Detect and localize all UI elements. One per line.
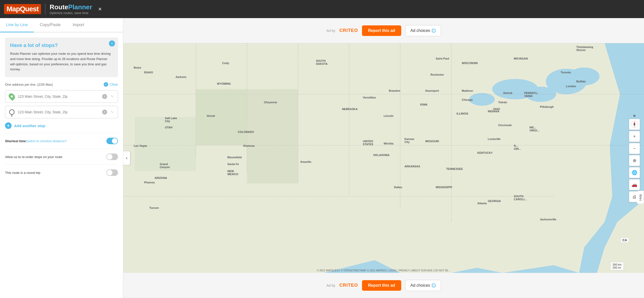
- collapse-icon: ‹: [126, 156, 127, 160]
- info-box: Have a lot of stops? Route Planner can o…: [5, 37, 118, 77]
- top-ad-by-text: Ad by: [326, 29, 335, 33]
- address-counter-text: One address per line. (2/26 Max): [5, 83, 53, 86]
- map-content: IDAHO WYOMING SOUTHDAKOTA Saint Paul WIS…: [123, 43, 644, 273]
- address-row-start: × ✎: [5, 90, 118, 103]
- add-stop-icon: +: [5, 122, 12, 129]
- panel-content: Have a lot of stops? Route Planner can o…: [0, 32, 123, 298]
- add-stop-label: Add another stop: [14, 124, 45, 128]
- bottom-ad-by-text: Ad by: [326, 283, 335, 287]
- top-ad-bar: Ad by CRITEO Report this ad Ad choices ▷: [123, 18, 644, 43]
- collapse-panel-button[interactable]: ‹: [123, 151, 130, 165]
- top-ad-choices-button[interactable]: Ad choices ▷: [405, 25, 441, 36]
- start-address-input[interactable]: [18, 94, 100, 98]
- svg-point-6: [569, 67, 599, 85]
- svg-rect-18: [247, 89, 298, 184]
- option-reorder-stops: Allow us to re-order stops on your route: [5, 149, 118, 165]
- address-counter-row: One address per line. (2/26 Max) × Clear: [5, 82, 118, 87]
- option-reorder-stops-label: Allow us to re-order stops on your route: [5, 155, 62, 159]
- top-ad-choices-label: Ad choices: [411, 28, 430, 33]
- option-shortest-time: Shortest timeSwitch to shortest distance…: [5, 133, 118, 149]
- address-row-end: × ✎: [5, 106, 118, 118]
- tab-import[interactable]: Import: [67, 18, 90, 32]
- toggle-knob-2: [107, 154, 112, 160]
- route-title: RoutePlanner: [50, 3, 92, 11]
- header-divider: [45, 4, 46, 15]
- tab-line-by-line[interactable]: Line by Line: [0, 18, 34, 32]
- zoom-out-button[interactable]: −: [629, 143, 640, 154]
- end-address-clear-icon[interactable]: ×: [102, 110, 107, 115]
- scale-bar: 300 km 200 mi: [610, 262, 624, 270]
- routeplanner-logo: RoutePlanner Optimize routes, save time: [50, 3, 92, 15]
- map-svg: [123, 43, 644, 273]
- car-button[interactable]: 🚗: [629, 179, 640, 190]
- location-button[interactable]: ⊕: [629, 155, 640, 166]
- top-criteo-logo: CRITEO: [339, 28, 358, 33]
- zoom-in-button[interactable]: +: [629, 131, 640, 142]
- mapquest-logo: MapQuest: [4, 4, 41, 14]
- option-round-trip-label: This route is a round trip: [5, 171, 40, 175]
- end-pin-icon: [8, 109, 15, 116]
- start-address-edit-icon[interactable]: ✎: [110, 94, 115, 99]
- add-stop-button[interactable]: + Add another stop: [5, 122, 118, 129]
- map-attribution: © 2021 MAPQUEST, © OPENSTREETMAP, © 2021…: [317, 269, 450, 272]
- option-round-trip: This route is a round trip: [5, 165, 118, 180]
- reorder-stops-toggle[interactable]: [106, 154, 118, 160]
- round-trip-toggle[interactable]: [106, 169, 118, 176]
- bottom-report-ad-button[interactable]: Report this ad: [362, 280, 401, 291]
- route-subtitle: Optimize routes, save time: [50, 11, 92, 15]
- info-box-text: Route Planner can optimize your route so…: [10, 51, 113, 72]
- svg-point-22: [634, 124, 635, 125]
- left-panel: Line by Line Copy/Paste Import Have a lo…: [0, 18, 123, 298]
- end-address-edit-icon[interactable]: ✎: [110, 110, 115, 115]
- toggle-knob: [112, 138, 117, 144]
- start-address-clear-icon[interactable]: ×: [102, 94, 107, 99]
- main-container: Line by Line Copy/Paste Import Have a lo…: [0, 18, 644, 298]
- end-address-input[interactable]: [18, 110, 100, 114]
- map-area[interactable]: Ad by CRITEO Report this ad Ad choices ▷: [123, 18, 644, 298]
- top-report-ad-button[interactable]: Report this ad: [362, 25, 401, 36]
- start-pin-icon: [8, 93, 15, 100]
- top-ad-choices-icon: ▷: [432, 29, 436, 33]
- shortest-time-toggle[interactable]: [106, 138, 118, 144]
- help-tab[interactable]: Help: [637, 191, 644, 204]
- svg-point-4: [469, 93, 495, 106]
- toggle-knob-3: [107, 170, 112, 175]
- clear-button[interactable]: × Clear: [104, 82, 118, 87]
- clear-icon: ×: [104, 82, 108, 87]
- compass-label: N: [629, 114, 640, 118]
- info-box-close-button[interactable]: ×: [109, 40, 115, 46]
- map-controls: N + − ⊕ 🌐 🚗 🖨: [629, 114, 640, 202]
- tab-copy-paste[interactable]: Copy/Paste: [34, 18, 67, 32]
- clear-label: Clear: [110, 82, 118, 86]
- logo-area: MapQuest RoutePlanner Optimize routes, s…: [4, 3, 102, 15]
- bottom-criteo-logo: CRITEO: [339, 283, 358, 288]
- bottom-ad-choices-button[interactable]: Ad choices ▷: [405, 280, 441, 291]
- bottom-ad-choices-icon: ▷: [432, 283, 436, 287]
- bottom-ad-bar: Ad by CRITEO Report this ad Ad choices ▷: [123, 273, 644, 298]
- close-button[interactable]: ×: [98, 6, 102, 12]
- info-box-title: Have a lot of stops?: [10, 42, 113, 48]
- compass-button[interactable]: [629, 119, 640, 130]
- ca-badge: CA: [621, 237, 629, 243]
- svg-rect-17: [196, 89, 247, 145]
- globe-button[interactable]: 🌐: [629, 167, 640, 178]
- tabs-bar: Line by Line Copy/Paste Import: [0, 18, 123, 32]
- header: MapQuest RoutePlanner Optimize routes, s…: [0, 0, 644, 18]
- option-shortest-time-label: Shortest timeSwitch to shortest distance…: [5, 139, 67, 143]
- bottom-ad-choices-label: Ad choices: [411, 283, 430, 288]
- svg-rect-16: [135, 117, 196, 171]
